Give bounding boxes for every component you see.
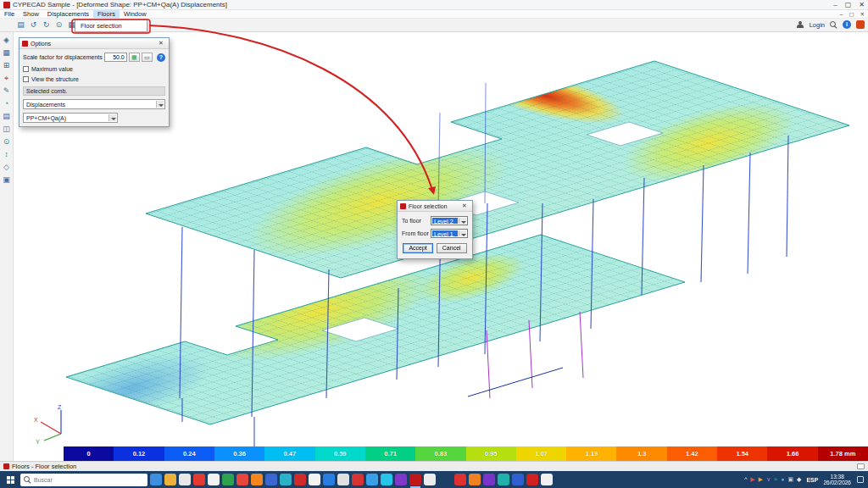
redo-icon[interactable]: ↻ (41, 19, 52, 30)
menu-item-displacements[interactable]: Displacements (43, 10, 93, 19)
minimize-button[interactable]: – (833, 0, 837, 10)
info-icon[interactable]: i (843, 20, 851, 29)
taskbar-app-icon[interactable] (193, 474, 205, 485)
list-icon[interactable]: ▤ (1, 110, 13, 122)
scale-factor-input[interactable] (104, 53, 127, 62)
zoom-window-icon[interactable]: ⊙ (1, 136, 13, 147)
view-rotate-icon[interactable]: ◈ (1, 34, 13, 46)
taskbar-app-icon[interactable] (366, 474, 378, 485)
taskbar-app-icon[interactable] (498, 474, 509, 485)
taskbar-app-icon[interactable] (309, 474, 320, 485)
to-floor-dropdown[interactable]: Level 2 (431, 216, 468, 225)
title-bar: CYPECAD Sample - [Deformed Shape: PP+CM+… (0, 0, 868, 10)
child-restore-button[interactable]: ▢ (849, 11, 854, 18)
taskbar-app-icon[interactable] (150, 474, 162, 485)
tray-icon[interactable]: ∨ (766, 472, 771, 487)
search-input[interactable] (34, 477, 136, 483)
combination-dropdown[interactable]: PP+CM+Qa(A) (23, 113, 118, 123)
panels-icon[interactable]: ◫ (1, 123, 13, 135)
start-button[interactable] (3, 472, 18, 487)
table-icon[interactable]: ▦ (129, 53, 140, 62)
keyboard-language[interactable]: ESP (804, 477, 820, 483)
result-type-dropdown[interactable]: Displacements (23, 99, 165, 109)
taskbar-app-icon[interactable] (265, 474, 277, 485)
import-icon[interactable]: ▤ (15, 19, 26, 30)
move-icon[interactable]: ↕ (1, 148, 13, 160)
zoom-icon[interactable]: ⊙ (53, 19, 64, 30)
close-button[interactable]: ✕ (859, 0, 865, 10)
scale-segment: 0.83 (415, 446, 465, 461)
taskbar-app-icon[interactable] (251, 474, 263, 485)
window-title: CYPECAD Sample - [Deformed Shape: PP+CM+… (13, 1, 227, 8)
taskbar-app-icon[interactable] (483, 474, 495, 485)
maximum-value-checkbox[interactable] (23, 66, 29, 72)
undo-icon[interactable]: ↺ (28, 19, 39, 30)
maximize-button[interactable]: ▢ (845, 0, 852, 10)
grid-icon[interactable]: ▦ (1, 47, 13, 58)
scale-segment: 1.19 (566, 446, 616, 461)
scale-segment: 1.54 (717, 446, 767, 461)
menu-item-file[interactable]: File (0, 10, 19, 19)
search-icon[interactable] (830, 21, 837, 29)
child-minimize-button[interactable]: – (840, 11, 843, 18)
options-dialog-title: Options (31, 41, 51, 47)
taskbar-app-icon[interactable] (541, 474, 553, 485)
taskbar-search[interactable] (20, 474, 147, 486)
floor-dialog-close-icon[interactable]: ✕ (459, 202, 470, 209)
login-button[interactable]: Login (810, 21, 825, 29)
axis-x-label: X (34, 417, 38, 423)
menu-item-floor-selection[interactable]: Floor selection (75, 20, 147, 31)
taskbar-app-icon[interactable] (222, 474, 234, 485)
taskbar-app-icon[interactable] (352, 474, 364, 485)
add-view-icon[interactable]: ⊞ (1, 59, 13, 71)
options-close-icon[interactable]: ✕ (156, 40, 166, 47)
tray-icon[interactable]: ◆ (797, 472, 801, 487)
taskbar-app-icon[interactable] (337, 474, 349, 485)
options-dialog-titlebar[interactable]: Options ✕ (19, 38, 169, 49)
tray-expand-icon[interactable]: ^ (744, 472, 747, 487)
taskbar-app-icon[interactable] (424, 474, 436, 485)
notification-center-icon[interactable] (857, 476, 864, 483)
taskbar-app-icon[interactable] (179, 474, 191, 485)
visibility-icon[interactable]: ◔ (1, 97, 13, 109)
taskbar-app-icon[interactable] (526, 474, 538, 485)
status-bar: Floors - Floor selection (0, 461, 868, 471)
taskbar-app-icon[interactable] (469, 474, 481, 485)
tray-icon[interactable]: ● (781, 472, 784, 487)
taskbar-app-icon[interactable] (280, 474, 292, 485)
taskbar-app-icon[interactable] (236, 474, 248, 485)
edit-icon[interactable]: ✎ (1, 85, 13, 97)
taskbar-app-icon[interactable] (323, 474, 335, 485)
from-floor-dropdown[interactable]: Level 1 (431, 229, 468, 238)
comment-icon[interactable] (857, 463, 865, 469)
menu-item-show[interactable]: Show (19, 10, 43, 19)
tray-icon[interactable]: ▶ (759, 472, 763, 487)
taskbar-app-cypecad[interactable] (409, 474, 421, 485)
taskbar-clock[interactable]: 13:38 26/02/2026 (823, 474, 851, 486)
taskbar-app-icon[interactable] (164, 474, 176, 485)
child-close-button[interactable]: ✕ (860, 11, 865, 18)
accept-button[interactable]: Accept (403, 243, 432, 253)
taskbar-app-icon[interactable] (381, 474, 392, 485)
floor-dialog-titlebar[interactable]: Floor selection ✕ (398, 201, 472, 212)
display-icon[interactable]: ▭ (142, 53, 153, 62)
cancel-button[interactable]: Cancel (437, 243, 467, 253)
selection-icon[interactable]: ▣ (1, 174, 13, 186)
taskbar: ^ ▶ ▶ ∨ ≈ ● ▣ ◆ ESP 13:38 26/02/2026 (0, 471, 868, 488)
help-icon[interactable]: ? (157, 53, 165, 62)
taskbar-app-icon[interactable] (454, 474, 466, 485)
taskbar-app-icon[interactable] (512, 474, 524, 485)
taskbar-app-icon[interactable] (395, 474, 407, 485)
taskbar-app-icon[interactable] (208, 474, 220, 485)
taskbar-app-icon[interactable] (294, 474, 306, 485)
alert-icon[interactable] (856, 20, 865, 29)
view-structure-checkbox[interactable] (23, 76, 29, 82)
tray-icon[interactable]: ≈ (774, 472, 777, 487)
tray-icon[interactable]: ▣ (787, 472, 793, 487)
menu-item-window[interactable]: Window (120, 10, 151, 19)
target-icon[interactable]: ⌖ (1, 72, 13, 84)
scale-segment: 0.24 (164, 446, 214, 461)
menu-item-floors[interactable]: Floors (93, 10, 120, 19)
shape-icon[interactable]: ◇ (1, 161, 13, 173)
tray-icon[interactable]: ▶ (750, 472, 754, 487)
